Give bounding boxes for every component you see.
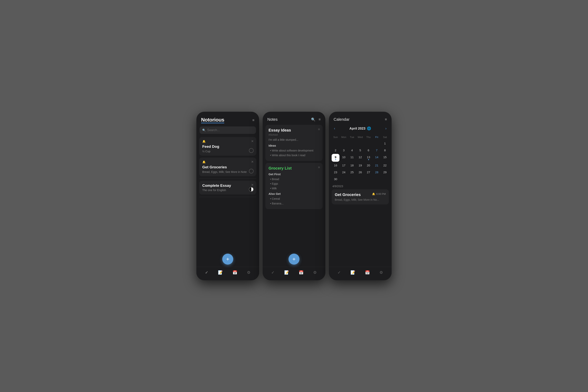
cal-cell-21[interactable]: 21 [373, 162, 381, 168]
nav-tasks-icon[interactable]: ✓ [338, 270, 341, 275]
nav-settings-icon[interactable]: ⚙ [313, 270, 317, 275]
cal-cell-4[interactable]: 4 [348, 147, 356, 154]
cal-cell-12[interactable]: 12 [356, 154, 364, 162]
nav-notes-icon[interactable]: 📝 [350, 270, 355, 275]
cal-header-sat: Sat [381, 134, 389, 140]
cal-cell-30[interactable]: 30 [332, 176, 340, 182]
cal-cell-19[interactable]: 19 [356, 162, 364, 168]
cal-cell-28[interactable]: 28 [373, 169, 381, 176]
search-placeholder-text: Search... [207, 128, 220, 132]
note-bullet-bread: • Bread [268, 177, 320, 182]
note-menu-icon[interactable]: ≡ [318, 128, 320, 131]
cal-cell-15[interactable]: 15 [381, 154, 389, 162]
cal-header-tue: Tue [348, 134, 356, 140]
event-description: Bread, Eggs, Milk; See More in No... [335, 198, 386, 201]
cal-cell-24[interactable]: 24 [340, 169, 348, 176]
nav-tasks-icon[interactable]: ✓ [205, 270, 208, 275]
cal-cell-13[interactable]: 13 [364, 154, 372, 162]
note-bullet-item: • Write about software development [268, 148, 320, 153]
search-button[interactable]: 🔍 [311, 118, 315, 122]
cal-cell-empty [373, 140, 381, 146]
cal-header-fri: Fri [373, 134, 381, 140]
nav-calendar-icon[interactable]: 📅 [232, 270, 237, 275]
add-note-button[interactable]: + [288, 254, 300, 264]
menu-button[interactable]: ≡ [385, 118, 387, 122]
task-close-icon[interactable]: ✕ [251, 160, 254, 164]
cal-cell-empty [348, 140, 356, 146]
note-bullet-eggs: • Eggs [268, 182, 320, 186]
cal-cell-empty [364, 176, 372, 182]
cal-cell-29[interactable]: 29 [381, 169, 389, 176]
task-item-groceries[interactable]: 🔔 Get Groceries Bread, Eggs, Milk; See M… [199, 158, 256, 176]
task-subtitle: Bread, Eggs, Milk; See More in Note [202, 170, 253, 174]
notes-list: ≡ Essay Ideas #School I'm still a little… [263, 125, 325, 267]
cal-cell-1[interactable]: 1 [381, 140, 389, 146]
cal-cell-8[interactable]: 8 [381, 147, 389, 154]
add-task-button[interactable]: + [222, 254, 233, 264]
cal-cell-10[interactable]: 10 [340, 154, 348, 162]
task-title: Feed Dog [202, 144, 253, 149]
note-section-get-first: Get First [268, 172, 320, 176]
nav-tasks-icon[interactable]: ✓ [271, 270, 274, 275]
menu-button[interactable]: ≡ [252, 118, 254, 122]
header-icons: 🔍 ≡ [311, 118, 321, 122]
cal-cell-empty [364, 140, 372, 146]
cal-cell-20[interactable]: 20 [364, 162, 372, 168]
next-month-button[interactable]: › [384, 126, 388, 131]
nav-notes-icon[interactable]: 📝 [218, 270, 223, 275]
note-card-essay[interactable]: ≡ Essay Ideas #School I'm still a little… [266, 125, 322, 161]
phone1-tasks: Notorious ≡ 🔍 Search... 🔔 Feed Dog ½ Cup… [196, 112, 259, 280]
cal-cell-17[interactable]: 17 [340, 162, 348, 168]
cal-cell-18[interactable]: 18 [348, 162, 356, 168]
cal-cell-2[interactable]: 2 [332, 147, 340, 154]
cal-event-dot [335, 159, 336, 160]
cal-cell-22[interactable]: 22 [381, 162, 389, 168]
task-complete-circle[interactable] [249, 169, 254, 174]
task-subtitle: ½ Cup [202, 150, 253, 153]
cal-cell-27[interactable]: 27 [364, 169, 372, 176]
prev-month-button[interactable]: ‹ [332, 126, 337, 131]
nav-calendar-icon[interactable]: 📅 [365, 270, 370, 275]
menu-button[interactable]: ≡ [318, 118, 321, 122]
cal-cell-7[interactable]: 7 [373, 147, 381, 154]
calendar-grid: Sun Mon Tue Wed Thu Fri Sat 1 2 3 4 5 [332, 134, 389, 182]
task-close-icon[interactable]: ✕ [251, 183, 254, 187]
cal-cell-16[interactable]: 16 [332, 162, 340, 168]
task-bell-icon: 🔔 [202, 140, 253, 143]
task-item-essay[interactable]: Complete Essay The one for English ✕ [199, 181, 256, 195]
cal-cell-empty [348, 176, 356, 182]
search-icon: 🔍 [202, 128, 206, 132]
calendar-event-card[interactable]: Get Groceries 🔔 6:00 PM Bread, Eggs, Mil… [332, 189, 389, 204]
search-bar[interactable]: 🔍 Search... [200, 126, 256, 134]
cal-header-wed: Wed [356, 134, 364, 140]
phone3-header: Calendar ≡ [329, 112, 392, 125]
bottom-nav: ✓ 📝 📅 ⚙ [329, 267, 392, 280]
cal-cell-empty [381, 176, 389, 182]
nav-settings-icon[interactable]: ⚙ [380, 270, 383, 275]
cal-cell-25[interactable]: 25 [348, 169, 356, 176]
event-date-label: 4/9/2023 [332, 182, 389, 189]
task-complete-circle[interactable] [249, 148, 254, 153]
note-bullet-milk: • Milk [268, 186, 320, 191]
task-item-feed-dog[interactable]: 🔔 Feed Dog ½ Cup ✕ [199, 137, 256, 156]
event-header: Get Groceries 🔔 6:00 PM [335, 192, 386, 197]
note-bullet-banana: • Banana... [268, 201, 320, 206]
cal-cell-14[interactable]: 14 [373, 154, 381, 162]
bottom-nav: ✓ 📝 📅 ⚙ [196, 267, 259, 280]
calendar-nav: ‹ April 2023 🌐 › [332, 125, 389, 134]
cal-cell-23[interactable]: 23 [332, 169, 340, 176]
cal-cell-empty [332, 140, 340, 146]
task-close-icon[interactable]: ✕ [251, 139, 254, 143]
nav-calendar-icon[interactable]: 📅 [299, 270, 304, 275]
cal-cell-11[interactable]: 11 [348, 154, 356, 162]
cal-cell-5[interactable]: 5 [356, 147, 364, 154]
note-menu-icon[interactable]: ≡ [318, 166, 320, 169]
cal-cell-6[interactable]: 6 [364, 147, 372, 154]
note-card-grocery[interactable]: ≡ Grocery List Get First • Bread • Eggs … [266, 163, 322, 209]
cal-cell-3[interactable]: 3 [340, 147, 348, 154]
cal-cell-empty [340, 176, 348, 182]
cal-cell-9-today[interactable]: 9 [332, 154, 340, 162]
nav-settings-icon[interactable]: ⚙ [247, 270, 250, 275]
cal-cell-26[interactable]: 26 [356, 169, 364, 176]
nav-notes-icon[interactable]: 📝 [284, 270, 289, 275]
